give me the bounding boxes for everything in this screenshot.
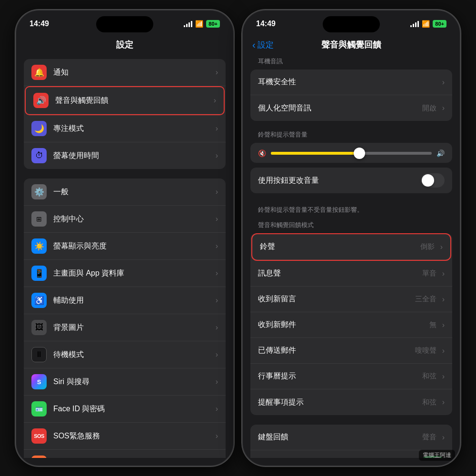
volume-max-icon: 🔊 [436, 149, 445, 157]
new-mail-label: 收到新郵件 [258, 320, 429, 330]
settings-item-focus[interactable]: 🌙 專注模式 › [24, 115, 226, 142]
chevron-icon: › [214, 96, 216, 105]
focus-icon: 🌙 [31, 121, 47, 136]
status-icons-1: 📶 80+ [184, 20, 220, 28]
signal-icon [184, 20, 192, 27]
section-header-earphone: 耳機音訊 [250, 57, 452, 69]
chevron-icon: › [442, 269, 445, 278]
settings-item-message[interactable]: 訊息聲 單音 › [250, 261, 452, 287]
standby-label: 待機模式 [53, 350, 212, 360]
chevron-icon: › [440, 243, 443, 251]
settings-item-reminder[interactable]: 提醒事項提示 和弦 › [250, 389, 452, 415]
screentime-icon: ⏱ [31, 148, 47, 163]
chevron-icon: › [216, 188, 218, 196]
status-bar-1: 14:49 📶 80+ [16, 10, 233, 34]
chevron-icon: › [442, 104, 445, 112]
settings-item-display[interactable]: ☀️ 螢幕顯示與亮度 › [24, 233, 226, 260]
settings-item-accessibility[interactable]: ♿ 輔助使用 › [24, 287, 226, 314]
chevron-icon: › [216, 242, 218, 250]
nav-bar-2[interactable]: ‹ 設定 聲音與觸覺回饋 [243, 34, 460, 55]
exposure-icon: ☢️ [31, 456, 47, 458]
settings-item-new-voicemail[interactable]: 收到新留言 三全音 › [250, 287, 452, 312]
homescreen-icon: 📱 [31, 266, 47, 281]
chevron-icon: › [442, 321, 445, 329]
sos-icon: SOS [31, 428, 47, 444]
settings-item-general[interactable]: ⚙️ 一般 › [24, 178, 226, 206]
time-2: 14:49 [256, 20, 276, 28]
settings-item-standby[interactable]: ⏸ 待機模式 › [24, 341, 226, 368]
chevron-icon: › [216, 68, 218, 77]
section-group-sounds: 鈴聲 倒影 › 訊息聲 單音 › 收到新留言 三全音 › 收到新郵件 無 [250, 233, 452, 415]
chevron-icon: › [442, 78, 445, 87]
back-button[interactable]: ‹ 設定 [252, 40, 274, 50]
message-value: 單音 [422, 269, 436, 278]
volume-slider-row[interactable]: 🔇 🔊 [258, 149, 445, 157]
calendar-value: 和弦 [422, 372, 436, 381]
settings-item-sos[interactable]: SOS SOS緊急服務 › [24, 423, 226, 450]
notification-label: 通知 [53, 68, 212, 78]
spatial-audio-value: 開啟 [422, 104, 436, 113]
screentime-label: 螢幕使用時間 [53, 151, 212, 161]
sos-label: SOS緊急服務 [53, 431, 212, 441]
chevron-icon: › [216, 377, 218, 386]
controlcenter-label: 控制中心 [53, 214, 212, 224]
homescreen-label: 主畫面與 App 資料庫 [53, 268, 212, 278]
wifi-icon-2: 📶 [422, 20, 430, 28]
use-buttons-toggle[interactable] [421, 173, 445, 188]
chevron-icon: › [216, 296, 218, 305]
settings-item-homescreen[interactable]: 📱 主畫面與 App 資料庫 › [24, 260, 226, 287]
chevron-icon: › [216, 151, 218, 160]
chevron-icon: › [442, 372, 445, 381]
keyboard-value: 聲音 [422, 433, 436, 442]
settings-list-1: 🔔 通知 › 🔊 聲音與觸覺回饋 › 🌙 專注模式 › [16, 55, 233, 458]
focus-label: 專注模式 [53, 124, 212, 134]
settings-item-sent-mail[interactable]: 已傳送郵件 嗖嗖聲 › [250, 338, 452, 364]
settings-item-screentime[interactable]: ⏱ 螢幕使用時間 › [24, 142, 226, 169]
settings-item-spatial-audio[interactable]: 個人化空間音訊 開啟 › [250, 95, 452, 121]
settings-item-wallpaper[interactable]: 🖼 背景圖片 › [24, 314, 226, 341]
earphone-safety-label: 耳機安全性 [258, 77, 438, 87]
settings-item-controlcenter[interactable]: ⊞ 控制中心 › [24, 206, 226, 233]
volume-slider-fill [271, 152, 359, 155]
faceid-label: Face ID 與密碼 [53, 404, 212, 414]
settings-item-ringtone[interactable]: 鈴聲 倒影 › [252, 234, 450, 260]
slider-header: 鈴聲和提示聲音量 [250, 130, 452, 143]
time-1: 14:49 [30, 20, 49, 28]
volume-min-icon: 🔇 [258, 149, 266, 157]
volume-slider-track[interactable] [271, 152, 432, 155]
settings-list-2: 耳機音訊 耳機安全性 › 個人化空間音訊 開啟 › 鈴聲和提示聲音量 🔇 [243, 55, 460, 458]
mode-header: 聲音和觸覺回饋模式 [250, 221, 452, 233]
reminder-label: 提醒事項提示 [258, 397, 422, 407]
slider-group: 🔇 🔊 [250, 143, 452, 163]
back-label: 設定 [258, 40, 274, 50]
use-buttons-note: 鈴聲和提示聲音量不受音量按鈕影響。 [250, 203, 452, 221]
chevron-icon: › [216, 350, 218, 359]
display-label: 螢幕顯示與亮度 [53, 241, 212, 251]
new-voicemail-value: 三全音 [415, 295, 436, 304]
settings-item-calendar[interactable]: 行事曆提示 和弦 › [250, 364, 452, 389]
wifi-icon: 📶 [195, 20, 203, 28]
settings-item-earphone-safety[interactable]: 耳機安全性 › [250, 69, 452, 95]
message-label: 訊息聲 [258, 268, 422, 278]
settings-item-notification[interactable]: 🔔 通知 › [24, 59, 226, 86]
calendar-label: 行事曆提示 [258, 371, 422, 381]
battery-1: 80+ [206, 20, 220, 28]
settings-item-new-mail[interactable]: 收到新郵件 無 › [250, 312, 452, 338]
ringtone-value: 倒影 [420, 242, 435, 251]
volume-slider-thumb[interactable] [354, 148, 365, 159]
settings-item-keyboard[interactable]: 鍵盤回饋 聲音 › [250, 425, 452, 450]
spatial-audio-label: 個人化空間音訊 [258, 103, 422, 113]
status-bar-2: 14:49 📶 80+ [243, 10, 460, 34]
siri-icon: S [31, 374, 47, 389]
chevron-icon: › [216, 124, 218, 133]
settings-item-sound[interactable]: 🔊 聲音與觸覺回饋 › [26, 87, 224, 114]
display-icon: ☀️ [31, 238, 47, 254]
settings-item-exposure[interactable]: ☢️ 暴露通知 › [24, 450, 226, 458]
settings-item-use-buttons[interactable]: 使用按鈕更改音量 [250, 168, 452, 193]
settings-item-faceid[interactable]: 🪪 Face ID 與密碼 › [24, 396, 226, 423]
settings-item-siri[interactable]: S Siri 與搜尋 › [24, 368, 226, 396]
section-group-1: 🔔 通知 › 🔊 聲音與觸覺回饋 › 🌙 專注模式 › [24, 59, 226, 169]
reminder-value: 和弦 [422, 398, 436, 407]
standby-icon: ⏸ [31, 347, 47, 362]
siri-label: Siri 與搜尋 [53, 377, 212, 387]
